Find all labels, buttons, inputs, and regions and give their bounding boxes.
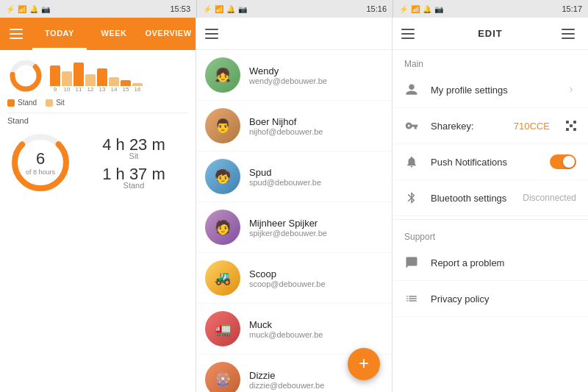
time-right: 15:17 <box>562 4 582 13</box>
legend-sit-label: Sit <box>56 99 65 107</box>
stats-row: 6 of 8 hours 4 h 23 m Sit 1 h 37 m Stand <box>7 129 188 196</box>
support-section-label: Support <box>392 223 588 245</box>
contact-item-6[interactable]: 🚛 Muck muck@debouwer.be <box>196 304 392 354</box>
contact-info: Muck muck@debouwer.be <box>249 319 323 339</box>
legend-sit-dot <box>46 99 53 107</box>
bar-4 <box>85 74 96 86</box>
contact-item-3[interactable]: 🧒 Spud spud@debouwer.be <box>196 152 392 202</box>
contact-email: spijker@debouwer.be <box>249 229 327 238</box>
avatar: 🚛 <box>205 311 240 346</box>
small-donut <box>7 57 44 94</box>
settings-profile[interactable]: My profile settings <box>392 72 588 108</box>
status-icons-middle: ⚡📶🔔📷 <box>203 5 247 13</box>
edit-label: EDIT <box>478 28 503 39</box>
contact-name: Dizzie <box>249 370 324 381</box>
hamburger-icon <box>10 29 23 39</box>
settings-report[interactable]: Report a problem <box>392 245 588 281</box>
stand-time-value: 1 h 37 m Stand <box>102 165 165 190</box>
left-panel-content: 9 10 11 12 13 14 15 16 Stand <box>0 50 196 392</box>
main-section-label: Main <box>392 50 588 72</box>
contact-item-1[interactable]: 👧 Wendy wendy@debouwer.be <box>196 50 392 101</box>
time-left: 15:53 <box>170 4 190 13</box>
legend-stand-dot <box>7 99 15 107</box>
settings-bluetooth[interactable]: Bluetooth settings Disconnected <box>392 180 588 216</box>
contacts-list: 👧 Wendy wendy@debouwer.be 👨 Boer Nijhof … <box>196 50 392 392</box>
bar-labels: 9 10 11 12 13 14 15 16 <box>50 86 188 93</box>
person-icon <box>404 82 419 97</box>
right-hamburger-button[interactable] <box>401 25 419 43</box>
chart-legend: Stand Sit <box>7 99 188 107</box>
add-contact-fab[interactable]: + <box>348 348 380 380</box>
sharekey-value: 710CCE <box>514 121 550 132</box>
contact-info: Boer Nijhof nijhof@debouwer.be <box>249 116 323 136</box>
legend-stand-label: Stand <box>18 99 37 107</box>
bar-1 <box>50 65 60 86</box>
settings-privacy[interactable]: Privacy policy <box>392 281 588 317</box>
status-bar-middle: ⚡📶🔔📷 15:16 <box>196 0 392 18</box>
contact-info: Mijnheer Spijker spijker@debouwer.be <box>249 218 327 238</box>
donut-center: 6 of 8 hours <box>26 149 55 176</box>
list-icon <box>404 291 419 306</box>
divider-1 <box>7 113 188 113</box>
contact-name: Boer Nijhof <box>249 116 323 127</box>
middle-hamburger-button[interactable] <box>205 25 223 43</box>
right-panel: EDIT Main My profile settings Sharekey: … <box>392 18 588 392</box>
bluetooth-label: Bluetooth settings <box>431 193 511 204</box>
toggle-knob <box>563 156 575 168</box>
legend-sit: Sit <box>46 99 65 107</box>
settings-sharekey[interactable]: Sharekey: 710CCE <box>392 108 588 144</box>
key-icon <box>404 118 419 133</box>
contact-info: Wendy wendy@debouwer.be <box>249 65 327 85</box>
left-hamburger-button[interactable] <box>0 18 32 50</box>
tabs-container: TODAY WEEK OVERVIEW <box>32 18 196 50</box>
avatar: 🧒 <box>205 159 240 194</box>
contact-email: wendy@debouwer.be <box>249 76 327 85</box>
contact-item-2[interactable]: 👨 Boer Nijhof nijhof@debouwer.be <box>196 101 392 152</box>
left-panel-header: TODAY WEEK OVERVIEW <box>0 18 196 50</box>
contact-email: muck@debouwer.be <box>249 330 323 339</box>
qr-icon <box>566 121 576 131</box>
chart-area: 9 10 11 12 13 14 15 16 <box>7 57 188 94</box>
contact-email: dizzie@debouwer.be <box>249 381 324 390</box>
contact-item-4[interactable]: 🧑 Mijnheer Spijker spijker@debouwer.be <box>196 202 392 253</box>
contact-name: Spud <box>249 167 321 178</box>
bar-chart: 9 10 11 12 13 14 15 16 <box>50 60 188 93</box>
avatar: 👨 <box>205 108 240 143</box>
time-stats: 4 h 23 m Sit 1 h 37 m Stand <box>79 135 188 190</box>
status-icons-right: ⚡📶🔔📷 <box>399 5 443 13</box>
settings-push[interactable]: Push Notifications <box>392 144 588 180</box>
contact-name: Muck <box>249 319 323 330</box>
privacy-label: Privacy policy <box>431 293 576 304</box>
tab-overview[interactable]: OVERVIEW <box>141 18 196 50</box>
chevron-right-icon <box>566 85 576 95</box>
status-bar-left: ⚡📶🔔📷 15:53 <box>0 0 196 18</box>
contact-email: nijhof@debouwer.be <box>249 127 323 136</box>
bell-icon <box>404 154 419 169</box>
contact-name: Mijnheer Spijker <box>249 218 327 229</box>
report-label: Report a problem <box>431 257 576 268</box>
bluetooth-icon <box>404 190 419 205</box>
status-bar-right: ⚡📶🔔📷 15:17 <box>392 0 588 18</box>
chat-icon <box>404 255 419 270</box>
contact-item-5[interactable]: 🚜 Scoop scoop@debouwer.be <box>196 253 392 304</box>
sharekey-label: Sharekey: <box>431 121 502 132</box>
tab-today[interactable]: TODAY <box>32 18 87 50</box>
avatar: 🚜 <box>205 260 240 296</box>
middle-panel: 👧 Wendy wendy@debouwer.be 👨 Boer Nijhof … <box>196 18 392 392</box>
donut-number: 6 <box>26 149 55 168</box>
bar-6 <box>109 77 119 86</box>
contact-name: Wendy <box>249 65 327 76</box>
left-panel: TODAY WEEK OVERVIEW <box>0 18 196 392</box>
contact-email: spud@debouwer.be <box>249 178 321 187</box>
bar-3 <box>74 63 84 86</box>
section-label-stand: Stand <box>7 116 188 125</box>
tab-week[interactable]: WEEK <box>87 18 141 50</box>
profile-label: My profile settings <box>431 85 554 96</box>
settings-divider <box>392 219 588 220</box>
bluetooth-value: Disconnected <box>523 193 576 203</box>
avatar: 🧑 <box>205 210 240 245</box>
bar-5 <box>97 68 107 86</box>
push-toggle[interactable] <box>550 154 576 169</box>
right-menu-button[interactable] <box>562 25 579 43</box>
middle-panel-header <box>196 18 392 50</box>
